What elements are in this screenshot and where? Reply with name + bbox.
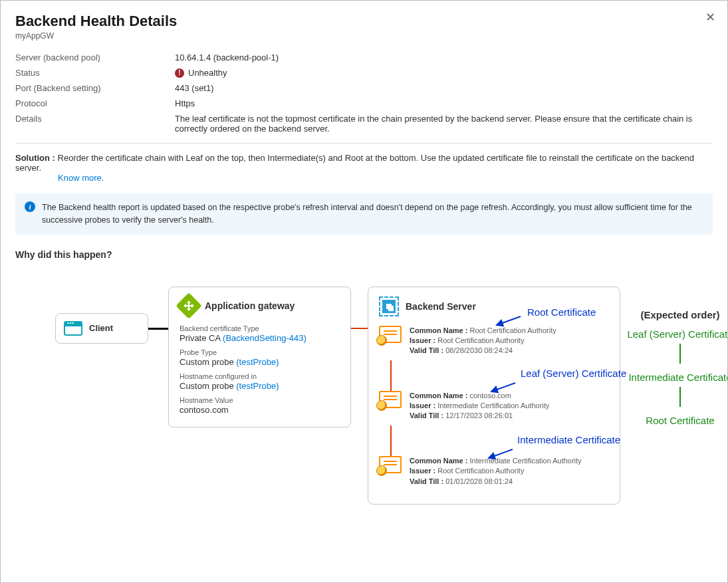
client-label: Client bbox=[89, 323, 113, 333]
browser-icon bbox=[64, 321, 82, 336]
hostname-cfg-label: Hostname configured in bbox=[180, 372, 340, 380]
info-icon: i bbox=[25, 201, 35, 212]
divider bbox=[15, 143, 713, 144]
cert-type-label: Backend certificate Type bbox=[180, 324, 340, 332]
port-label: Port (Backend setting) bbox=[15, 83, 175, 93]
cert-row: Common Name : contoso.com Issuer : Inter… bbox=[379, 391, 609, 421]
chain-connector bbox=[390, 360, 609, 391]
diagram: Client Application gateway Backend certi… bbox=[15, 280, 713, 559]
expected-title: (Expected order) bbox=[627, 309, 728, 320]
close-icon[interactable]: ✕ bbox=[705, 10, 715, 25]
certificate-icon bbox=[379, 456, 402, 473]
expected-connector bbox=[679, 344, 681, 364]
status-label: Status bbox=[15, 68, 175, 78]
probe-type-label: Probe Type bbox=[180, 348, 340, 356]
expected-connector bbox=[679, 387, 681, 407]
resource-name: myAppGW bbox=[15, 31, 713, 41]
server-title: Backend Server bbox=[406, 301, 476, 312]
info-banner: i The Backend health report is updated b… bbox=[15, 193, 713, 235]
details-value: The leaf certificate is not the topmost … bbox=[175, 114, 713, 134]
solution-block: Solution : Reorder the certificate chain… bbox=[15, 153, 713, 183]
page-title: Backend Health Details bbox=[15, 13, 713, 30]
certificate-icon bbox=[379, 391, 402, 408]
hostname-cfg-value: Custom probe (testProbe) bbox=[180, 381, 340, 391]
solution-text: Reorder the certificate chain with Leaf … bbox=[15, 153, 694, 173]
application-gateway-box: Application gateway Backend certificate … bbox=[168, 287, 351, 427]
protocol-value: Https bbox=[175, 98, 713, 108]
cert-row: Common Name : Root Certification Authori… bbox=[379, 326, 609, 356]
info-text: The Backend health report is updated bas… bbox=[42, 201, 703, 227]
connector-agw-server bbox=[351, 328, 368, 329]
app-gateway-icon bbox=[176, 292, 202, 319]
agw-title: Application gateway bbox=[205, 300, 295, 311]
hostname-value: contoso.com bbox=[180, 405, 340, 415]
backend-server-box: Backend Server Common Name : Root Certif… bbox=[368, 287, 620, 505]
server-label: Server (backend pool) bbox=[15, 53, 175, 62]
probe-type-value: Custom probe (testProbe) bbox=[180, 357, 340, 367]
expected-order: (Expected order) Leaf (Server) Certifica… bbox=[627, 309, 728, 426]
know-more-link[interactable]: Know more. bbox=[58, 173, 104, 183]
cert-type-value: Private CA (BackendSetting-443) bbox=[180, 333, 340, 343]
expected-item: Root Certificate bbox=[627, 415, 728, 426]
probe-link-1[interactable]: (testProbe) bbox=[236, 357, 279, 367]
connector-client-agw bbox=[148, 328, 168, 330]
certificate-icon bbox=[379, 326, 402, 343]
details-table: Server (backend pool) 10.64.1.4 (backend… bbox=[15, 53, 713, 134]
protocol-label: Protocol bbox=[15, 98, 175, 108]
expected-item: Leaf (Server) Certificate bbox=[627, 328, 728, 340]
details-label: Details bbox=[15, 114, 175, 134]
port-value: 443 (set1) bbox=[175, 83, 713, 93]
unhealthy-icon bbox=[175, 68, 184, 78]
status-value: Unhealthy bbox=[175, 68, 713, 78]
probe-link-2[interactable]: (testProbe) bbox=[236, 381, 279, 391]
cert-row: Common Name : Intermediate Certification… bbox=[379, 456, 609, 487]
backend-health-panel: ✕ Backend Health Details myAppGW Server … bbox=[0, 0, 728, 583]
server-value: 10.64.1.4 (backend-pool-1) bbox=[175, 53, 713, 62]
hostname-value-label: Hostname Value bbox=[180, 396, 340, 404]
client-box: Client bbox=[55, 313, 148, 344]
why-heading: Why did this happen? bbox=[15, 249, 713, 260]
status-text: Unhealthy bbox=[188, 68, 227, 78]
expected-item: Intermediate Certificate bbox=[627, 372, 728, 383]
chain-connector bbox=[390, 425, 609, 456]
backend-setting-link[interactable]: (BackendSetting-443) bbox=[223, 333, 306, 343]
server-icon bbox=[379, 296, 399, 316]
solution-label: Solution : bbox=[15, 153, 55, 163]
